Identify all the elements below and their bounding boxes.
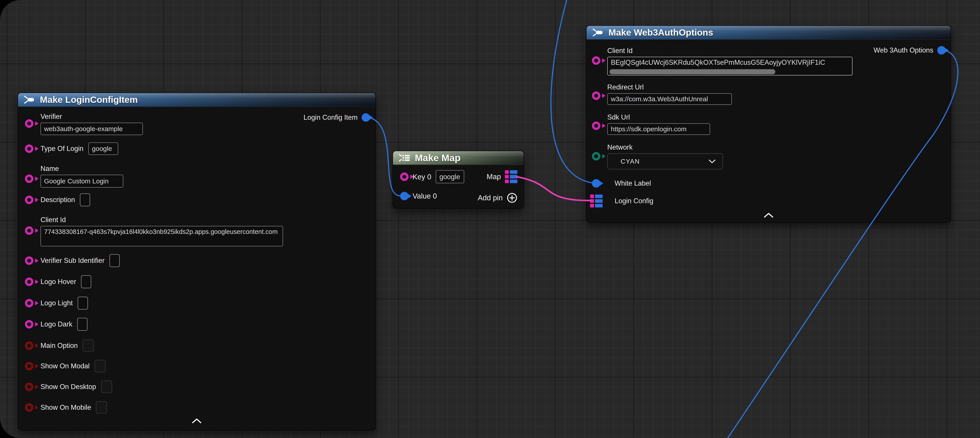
show-on-desktop-checkbox[interactable]	[101, 381, 112, 393]
network-dropdown[interactable]: CYAN	[607, 153, 723, 169]
output-pin-label: Map	[487, 172, 501, 181]
pin-type-of-login[interactable]	[25, 145, 33, 153]
node-make-loginconfigitem[interactable]: Make LoginConfigItem Login Config Item V…	[18, 92, 376, 430]
pin-label: Network	[607, 143, 723, 151]
pin-label: Name	[40, 165, 123, 173]
row-sdk-url: Sdk Url https://sdk.openlogin.com	[607, 113, 710, 135]
pin-client-id[interactable]	[25, 226, 33, 235]
row-network: Network CYAN	[607, 143, 723, 169]
pin-label: Verifier Sub Identifier	[40, 256, 105, 264]
main-option-checkbox[interactable]	[83, 339, 94, 352]
pin-label: Show On Modal	[40, 362, 90, 370]
pin-label: Sdk Url	[607, 113, 710, 121]
pin-key-0[interactable]	[400, 172, 409, 181]
client-id-input[interactable]: 774338308167-q463s7kpvja16l4l0kko3nb925i…	[40, 226, 283, 246]
pin-login-config-item-output[interactable]	[361, 113, 370, 122]
client-id-scrollbar[interactable]	[609, 69, 775, 74]
pin-verifier[interactable]	[25, 119, 33, 128]
collapse-chevron-icon[interactable]	[764, 213, 773, 218]
node-header-make-map[interactable]: Make Map	[393, 151, 523, 165]
pin-label: Client Id	[607, 47, 853, 55]
pin-sdk-url[interactable]	[592, 121, 600, 130]
key-0-input[interactable]: google	[436, 170, 464, 183]
node-make-web3authoptions[interactable]: Make Web3AuthOptions Web 3Auth Options C…	[586, 25, 951, 223]
pin-show-on-mobile[interactable]	[25, 403, 33, 412]
name-input[interactable]: Google Custom Login	[40, 175, 123, 188]
output-pin-label: Login Config Item	[304, 113, 358, 121]
node-title: Make LoginConfigItem	[40, 95, 138, 105]
show-on-mobile-checkbox[interactable]	[96, 401, 107, 414]
row-show-on-modal: Show On Modal	[40, 360, 106, 372]
pin-label: Login Config	[615, 197, 653, 205]
type-of-login-input[interactable]: google	[88, 142, 118, 155]
row-description: Description	[40, 193, 90, 206]
collapse-chevron-icon[interactable]	[192, 419, 202, 424]
pin-label: Main Option	[40, 342, 78, 350]
pin-logo-hover[interactable]	[25, 277, 33, 286]
node-header-make-web3authoptions[interactable]: Make Web3AuthOptions	[587, 26, 951, 40]
row-main-option: Main Option	[40, 339, 94, 352]
pin-label: Description	[40, 196, 75, 204]
graph-canvas[interactable]: Make LoginConfigItem Login Config Item V…	[0, 0, 980, 438]
logo-dark-input[interactable]	[77, 318, 88, 331]
pin-label: Redirect Url	[607, 83, 732, 91]
output-row-web3auth-options: Web 3Auth Options	[873, 46, 946, 54]
pin-verifier-sub-identifier[interactable]	[25, 256, 33, 265]
pin-show-on-desktop[interactable]	[25, 382, 33, 391]
verifier-sub-identifier-input[interactable]	[110, 254, 120, 267]
pin-description[interactable]	[25, 196, 33, 204]
output-row-login-config-item: Login Config Item	[304, 113, 370, 122]
row-login-config: Login Config	[615, 197, 653, 205]
output-row-map: Map	[487, 170, 517, 183]
node-make-map[interactable]: Make Map Key 0 google Map Value 0 Add pi…	[393, 151, 524, 209]
pin-label: Show On Desktop	[40, 383, 96, 391]
verifier-input[interactable]: web3auth-google-example	[40, 123, 143, 135]
logo-light-input[interactable]	[78, 297, 88, 310]
row-white-label: White Label	[615, 179, 651, 187]
logo-hover-input[interactable]	[81, 275, 91, 288]
network-selected-value: CYAN	[620, 158, 640, 165]
row-logo-light: Logo Light	[40, 297, 88, 310]
row-logo-hover: Logo Hover	[40, 275, 91, 288]
row-logo-dark: Logo Dark	[40, 318, 88, 331]
pin-map-output[interactable]	[505, 170, 517, 183]
row-client-id: Client Id BEglQSgt4cUWcj6SKRdu5QkOXTsePm…	[607, 47, 853, 75]
pin-label: Client Id	[40, 216, 283, 224]
pin-label: Logo Dark	[40, 320, 72, 328]
pin-show-on-modal[interactable]	[25, 362, 33, 370]
add-pin-label: Add pin	[478, 194, 503, 202]
pin-label: Logo Hover	[40, 278, 76, 286]
pin-white-label[interactable]	[592, 179, 600, 188]
row-value-0: Value 0	[412, 192, 437, 200]
pin-value-0[interactable]	[400, 192, 409, 200]
row-key-0: Key 0 google	[412, 170, 464, 183]
pin-label: Logo Light	[40, 299, 73, 307]
add-pin-row[interactable]: Add pin	[478, 193, 517, 203]
pin-logo-light[interactable]	[25, 299, 33, 307]
pin-name[interactable]	[25, 175, 33, 183]
pin-label: Key 0	[412, 172, 431, 181]
pin-login-config[interactable]	[590, 194, 603, 207]
redirect-url-input[interactable]: w3a://com.w3a.Web3AuthUnreal	[607, 93, 732, 105]
pin-label: Value 0	[412, 192, 437, 200]
pin-main-option[interactable]	[25, 341, 33, 350]
row-verifier: Verifier web3auth-google-example	[40, 113, 143, 135]
pin-network[interactable]	[592, 152, 600, 161]
row-verifier-sub-identifier: Verifier Sub Identifier	[40, 254, 120, 267]
sdk-url-input[interactable]: https://sdk.openlogin.com	[607, 123, 710, 135]
add-pin-icon[interactable]	[507, 193, 517, 203]
pin-client-id[interactable]	[592, 56, 600, 65]
row-client-id: Client Id 774338308167-q463s7kpvja16l4l0…	[40, 216, 283, 246]
pin-web3auth-options-output[interactable]	[937, 46, 946, 54]
pin-logo-dark[interactable]	[25, 320, 33, 328]
show-on-modal-checkbox[interactable]	[95, 360, 106, 372]
node-header-make-loginconfigitem[interactable]: Make LoginConfigItem	[18, 93, 375, 107]
node-title: Make Map	[415, 153, 461, 163]
wire-map-to-login-config[interactable]	[517, 177, 590, 201]
row-show-on-mobile: Show On Mobile	[40, 401, 107, 414]
description-input[interactable]	[80, 193, 90, 206]
node-title: Make Web3AuthOptions	[608, 27, 713, 38]
pin-label: Show On Mobile	[40, 403, 91, 411]
make-map-icon	[399, 153, 410, 163]
pin-redirect-url[interactable]	[592, 91, 600, 100]
